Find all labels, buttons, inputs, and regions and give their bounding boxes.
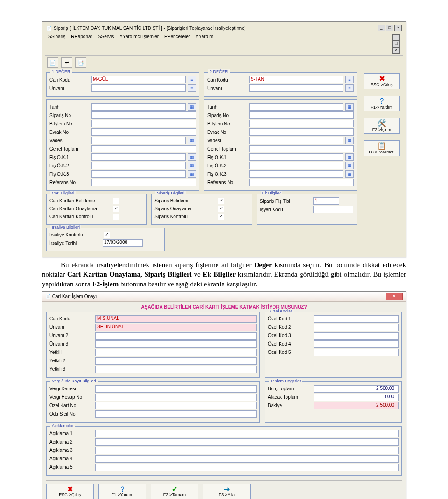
input-fisok3-a[interactable] [91,170,186,178]
f2-tamam-button[interactable]: ✔F2->Tamam [151,484,198,499]
input-fisok2-a[interactable] [91,162,186,169]
input-acik3[interactable] [95,447,399,454]
input-referansno-a[interactable] [91,179,196,186]
lookup-icon[interactable]: ▦ [345,153,354,161]
checkbox-cari-kontrolu[interactable] [113,214,119,220]
input-fisok2-b[interactable] [249,162,343,169]
input-fisok1-a[interactable] [91,153,186,161]
f1-yardim-button[interactable]: ？F1->Yardım [98,484,146,499]
lookup-icon[interactable]: ▦ [345,170,354,178]
input-ozel-kartno[interactable] [95,402,257,409]
checkbox-sip-kontrolu[interactable]: ✓ [218,214,224,220]
toolbar-button-3[interactable]: 📑 [75,57,86,68]
lookup-icon[interactable]: ≡ [188,76,196,83]
input-acik5[interactable] [95,464,399,471]
input-unvani2[interactable] [95,332,257,340]
esc-cikis-button[interactable]: ✖ESC->Çıkış [46,484,94,499]
input-ozel3[interactable] [314,332,399,340]
checkbox-cari-belirleme[interactable] [113,198,119,204]
checkbox-sip-onaylama[interactable]: ✓ [218,206,224,212]
menu-pencereler[interactable]: PPencereler [164,34,190,54]
input-unvani[interactable]: SELİN ÜNAL [95,324,257,331]
menu-yardimci[interactable]: YYardımcı İşlemler [119,34,159,54]
lookup-icon[interactable]: ≡ [345,84,354,92]
input-tarih-b[interactable] [249,103,343,111]
label-referansno-a: Referans No [49,180,90,185]
toolbar-button-1[interactable]: 📄 [47,57,58,68]
checkbox-irsaliye-kontrolu[interactable]: ✓ [104,232,110,238]
lookup-icon[interactable]: ▦ [345,103,354,111]
input-ozel1[interactable] [314,315,399,323]
f8-paramet-button[interactable]: 📋F8->Paramet. [364,140,400,156]
input-yetkili2[interactable] [95,357,257,365]
lookup-icon[interactable]: ▦ [345,137,354,144]
input-vadesi-b[interactable] [249,137,343,144]
input-ozel2[interactable] [314,324,399,331]
input-acik2[interactable] [95,438,399,446]
child-minimize-button[interactable]: _ [392,34,400,41]
label-siparisno-a: Sipariş No [49,113,90,118]
input-ozel4[interactable] [314,340,399,348]
close-button[interactable]: × [394,25,402,31]
menu-raporlar[interactable]: RRaporlar [71,34,92,54]
menu-siparis[interactable]: SSipariş [48,34,65,54]
input-oda-sicilno[interactable] [95,410,257,418]
checkbox-sip-belirleme[interactable]: ✓ [218,198,224,204]
input-fisok1-b[interactable] [249,153,343,161]
lookup-icon[interactable]: ▦ [188,153,196,161]
input-bislemno-b[interactable] [249,120,354,127]
label-oda-sicilno: Oda Sicil No [49,411,92,416]
input-cari-kodu[interactable]: M-S.ÜNAL [95,315,257,323]
input-fisok3-b[interactable] [249,170,343,178]
input-vergi-hesapno[interactable] [95,394,257,401]
menu-servis[interactable]: SServis [98,34,114,54]
input-referansno-b[interactable] [249,179,354,186]
menubar: SSipariş RRaporlar SServis YYardımcı İşl… [45,33,403,56]
close-button[interactable]: ✕ [386,293,403,300]
input-siparisno-b[interactable] [249,111,354,119]
menu-yardim[interactable]: YYardım [196,34,213,54]
input-siparisno-a[interactable] [91,111,196,119]
input-unvani3[interactable] [95,340,257,348]
minimize-button[interactable]: _ [378,25,385,31]
fieldset-aciklamalar: Açıklamalar Açıklama 1 Açıklama 2 Açıkla… [46,426,402,476]
esc-cikis-button[interactable]: ✖ESC->Çıkış [364,73,400,89]
child-maximize-button[interactable]: □ [392,41,400,47]
input-yetkili3[interactable] [95,366,257,373]
input-unvani-1[interactable] [91,84,186,92]
lookup-icon[interactable]: ▦ [188,162,196,169]
lookup-icon[interactable]: ▦ [188,103,196,111]
value-alacak-toplam: 0.00 [314,394,399,401]
input-geneltoplam-a[interactable] [91,145,196,152]
input-evrakno-a[interactable] [91,128,196,136]
input-vadesi-a[interactable] [91,137,186,144]
lookup-icon[interactable]: ≡ [345,76,354,83]
input-tarih-a[interactable] [91,103,186,111]
input-vergi-dairesi[interactable] [95,385,257,393]
f2-islem-button[interactable]: 🛠️F2->İşlem [364,118,400,134]
toolbar-button-2[interactable]: ↩ [61,57,72,68]
f1-yardim-button[interactable]: ？F1->Yardım [364,96,400,111]
lookup-icon[interactable]: ▦ [345,162,354,169]
input-bislemno-a[interactable] [91,120,196,127]
lookup-icon[interactable]: ▦ [188,137,196,144]
checkbox-cari-onaylama[interactable]: ✓ [113,206,119,212]
input-ozel5[interactable] [314,349,399,356]
input-siparis-fis-tipi[interactable]: 4 [313,197,339,205]
lookup-icon[interactable]: ≡ [188,84,196,92]
input-yetkili[interactable] [95,349,257,356]
input-cari-kodu-1[interactable]: M-GÜL [91,76,186,83]
input-geneltoplam-b[interactable] [249,145,354,152]
input-unvani-2[interactable] [249,84,343,92]
input-isyeri-kodu[interactable] [313,206,353,213]
input-acik4[interactable] [95,455,399,463]
child-close-button[interactable]: × [392,47,400,54]
input-cari-kodu-2[interactable]: S-TAN [249,76,343,83]
maximize-button[interactable]: □ [386,25,393,31]
label-cari-kodu: Cari Kodu [49,316,92,321]
input-acik1[interactable] [95,430,399,437]
input-irsaliye-tarihi[interactable]: 17/03/2008 [103,239,143,247]
lookup-icon[interactable]: ▦ [188,170,196,178]
f3-atla-button[interactable]: ➔F3->Atla [203,484,251,499]
input-evrakno-b[interactable] [249,128,354,136]
